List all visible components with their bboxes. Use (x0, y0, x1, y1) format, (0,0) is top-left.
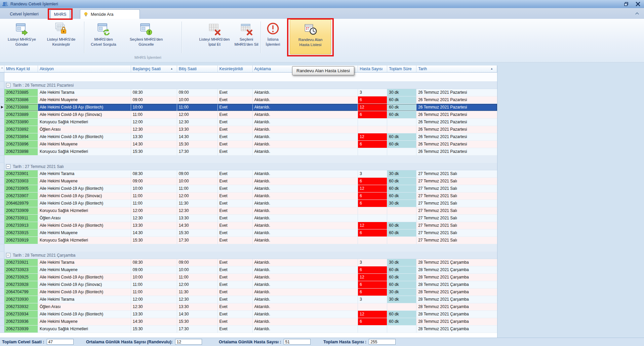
ribbon-button-listeyi-mhrsden-iptal-et[interactable]: Listeyi MHRS'denİptal Et (196, 19, 233, 54)
status-value-box[interactable]: 12 (175, 339, 202, 345)
table-row[interactable]: 2062733911Öğlen Arası12:3013:30EvetAktar… (0, 215, 497, 222)
column-header-baslangic[interactable]: Başlangıç Saati▲ (131, 66, 177, 73)
row-indicator-cell (0, 119, 4, 126)
table-row[interactable]: 2062733923Aile Hekimi Muayene09:0010:00E… (0, 266, 497, 274)
schedule-grid: Mhrs Kayıt IdAksiyonBaşlangıç Saati▲Biti… (0, 66, 497, 338)
menu-search-box[interactable]: Menüde Ara (80, 9, 140, 19)
cell-toplam-sure: 60 dk (387, 104, 416, 111)
status-value-box[interactable]: 255 (369, 339, 396, 345)
column-header-bitis[interactable]: Bitiş Saati (177, 66, 218, 73)
cell-kesinlestirildi: Evet (218, 89, 253, 96)
cell-aksiyon: Koruyucu Sağlık Hizmetleri (38, 148, 131, 156)
table-row[interactable]: 2062733932Öğlen Arası12:3013:30EvetAktar… (0, 303, 497, 311)
table-row[interactable]: 2062733898Koruyucu Sağlık Hizmetleri15:3… (0, 148, 497, 156)
cell-kesinlestirildi: Evet (218, 266, 253, 274)
ribbon-button-listeyi-mhrsde-kesinlestir[interactable]: Listeyi MHRS'deKesinleştir (42, 19, 81, 54)
column-header-id[interactable]: Mhrs Kayıt Id (4, 66, 38, 73)
ribbon-button-istisna-islemleri[interactable]: İstisnaİşlemleri (262, 19, 284, 54)
table-row[interactable]: 2062733888Aile Hekimi Covid-19 Aşı (Bion… (0, 104, 497, 111)
table-row[interactable]: 2062733925Aile Hekimi Covid-19 Aşı (Bion… (0, 274, 497, 281)
table-row[interactable]: 2062733889Aile Hekimi Covid-19 Aşı (Sino… (0, 111, 497, 119)
cell-mhrs-kayit-id: 2062733886 (4, 96, 38, 104)
cell-baslangic-saati: 11:00 (131, 192, 177, 200)
cell-aciklama: Aktarıldı. (253, 141, 358, 148)
ribbon-button-secileni-mhrsden-guncelle[interactable]: Seçileni MHRS'denGüncelle (126, 19, 166, 54)
status-value-box[interactable]: 47 (47, 339, 74, 345)
close-window-button[interactable] (635, 1, 641, 7)
table-row[interactable]: 2062733930Aile Hekimi Tarama12:0012:30Ev… (0, 296, 497, 303)
table-row[interactable]: 2062733921Aile Hekimi Tarama08:3009:00Ev… (0, 259, 497, 266)
cell-baslangic-saati: 13:30 (131, 133, 177, 141)
column-header-kesin[interactable]: Kesinleştirildi (218, 66, 253, 73)
cell-mhrs-kayit-id: 2062733894 (4, 133, 38, 141)
table-row[interactable]: 2062733939Koruyucu Sağlık Hizmetleri15:3… (0, 326, 497, 333)
table-row[interactable]: 2062733905Aile Hekimi Covid-19 Aşı (Bion… (0, 185, 497, 192)
cell-tarih: 26 Temmuz 2021 Pazartesi (416, 89, 497, 96)
cell-mhrs-kayit-id: 2062733921 (4, 259, 38, 266)
table-row[interactable]: 2062733936Aile Hekimi Muayene14:3015:30E… (0, 318, 497, 326)
table-row[interactable]: 2062733896Aile Hekimi Muayene14:3015:30E… (0, 141, 497, 148)
ribbon-button-listeyi-mhrsye-gonder[interactable]: Listeyi MHRS'yeGönder (4, 19, 40, 54)
cell-aksiyon: Aile Hekimi Tarama (38, 296, 131, 303)
column-header-hasta[interactable]: Hasta Sayısı (358, 66, 387, 73)
cell-aksiyon: Aile Hekimi Muayene (38, 141, 131, 148)
table-update-icon (139, 22, 153, 35)
group-row[interactable]: Tarih : 27 Temmuz 2021 Salı (0, 163, 497, 170)
ribbon-button-randevu-alan-hasta-listesi[interactable]: Randevu AlanHasta Listesi (290, 19, 331, 54)
cell-toplam-sure (387, 148, 416, 156)
table-row[interactable]: 2064704799Aile Hekimi Covid-19 Aşı (Bion… (0, 289, 497, 296)
cell-aksiyon: Aile Hekimi Covid-19 Aşı (Sinovac) (38, 111, 131, 119)
cell-hasta-sayisi (358, 119, 387, 126)
cell-baslangic-saati: 14:30 (131, 318, 177, 326)
cell-kesinlestirildi: Evet (218, 289, 253, 296)
cell-aciklama: Aktarıldı. (253, 96, 358, 104)
tab-mhrs[interactable]: MHRS (50, 10, 70, 19)
table-row[interactable]: 2062733890Koruyucu Sağlık Hizmetleri12:0… (0, 119, 497, 126)
cell-mhrs-kayit-id: 2062733928 (4, 281, 38, 289)
table-row[interactable]: 2064628979Aile Hekimi Covid-19 Aşı (Bion… (0, 200, 497, 207)
cell-hasta-sayisi (358, 148, 387, 156)
cell-toplam-sure: 30 dk (387, 170, 416, 178)
row-indicator-cell (0, 311, 4, 318)
row-indicator-cell (0, 289, 4, 296)
table-cancel-icon (208, 22, 221, 35)
table-row[interactable]: 2062733913Aile Hekimi Covid-19 Aşı (Bion… (0, 222, 497, 229)
ribbon-button-secileni-mhrsden-sil[interactable]: SeçileniMHRS'den Sil (234, 19, 259, 54)
restore-window-button[interactable] (623, 1, 629, 7)
cell-kesinlestirildi: Evet (218, 111, 253, 119)
ribbon-button-mhrsden-cetvel-sorgula[interactable]: MHRS'denCetvel Sorgula (86, 19, 121, 54)
table-row[interactable]: 2062733886Aile Hekimi Muayene09:0010:00E… (0, 96, 497, 104)
table-row[interactable]: 2062733892Öğlen Arası12:3013:30EvetAktar… (0, 126, 497, 133)
cell-toplam-sure (387, 303, 416, 311)
table-row[interactable]: 2062733903Aile Hekimi Muayene09:0010:00E… (0, 178, 497, 185)
column-header-sure[interactable]: Toplam Süre (387, 66, 416, 73)
cell-toplam-sure (387, 215, 416, 222)
table-row[interactable]: 2062733907Aile Hekimi Covid-19 Aşı (Sino… (0, 192, 497, 200)
table-row[interactable]: 2062733885Aile Hekimi Tarama08:3009:00Ev… (0, 89, 497, 96)
table-row[interactable]: 2062733915Aile Hekimi Muayene14:3015:30E… (0, 229, 497, 237)
group-row[interactable]: Tarih : 28 Temmuz 2021 Çarşamba (0, 252, 497, 259)
cell-aksiyon: Aile Hekimi Tarama (38, 259, 131, 266)
ribbon-collapse-button[interactable] (635, 11, 641, 16)
table-row[interactable]: 2062733919Koruyucu Sağlık Hizmetleri15:3… (0, 237, 497, 244)
cell-mhrs-kayit-id: 2062733911 (4, 215, 38, 222)
cell-bitis-saati: 10:00 (177, 178, 218, 185)
row-indicator-cell (0, 259, 4, 266)
column-header-tarih[interactable]: Tarih▲ (416, 66, 497, 73)
status-value-box[interactable]: 51 (284, 339, 311, 345)
table-row[interactable]: 2062733894Aile Hekimi Covid-19 Aşı (Bion… (0, 133, 497, 141)
tab-cetvel-islemleri[interactable]: Cetvel İşlemleri (5, 10, 44, 19)
cell-baslangic-saati: 12:00 (131, 207, 177, 215)
table-row[interactable]: 2062733934Aile Hekimi Covid-19 Aşı (Bion… (0, 311, 497, 318)
row-indicator-cell (0, 229, 4, 237)
cell-aksiyon: Koruyucu Sağlık Hizmetleri (38, 207, 131, 215)
cell-mhrs-kayit-id: 2062733909 (4, 207, 38, 215)
table-row[interactable]: 2062733909Koruyucu Sağlık Hizmetleri12:0… (0, 207, 497, 215)
cell-aciklama: Aktarıldı. (253, 229, 358, 237)
group-row[interactable]: Tarih : 26 Temmuz 2021 Pazartesi (0, 82, 497, 89)
cell-hasta-sayisi: 6 (358, 281, 387, 289)
table-row[interactable]: 2062733901Aile Hekimi Tarama08:3009:00Ev… (0, 170, 497, 178)
collapse-icon (6, 164, 10, 169)
column-header-aksiyon[interactable]: Aksiyon (38, 66, 131, 73)
table-row[interactable]: 2062733928Aile Hekimi Covid-19 Aşı (Sino… (0, 281, 497, 289)
